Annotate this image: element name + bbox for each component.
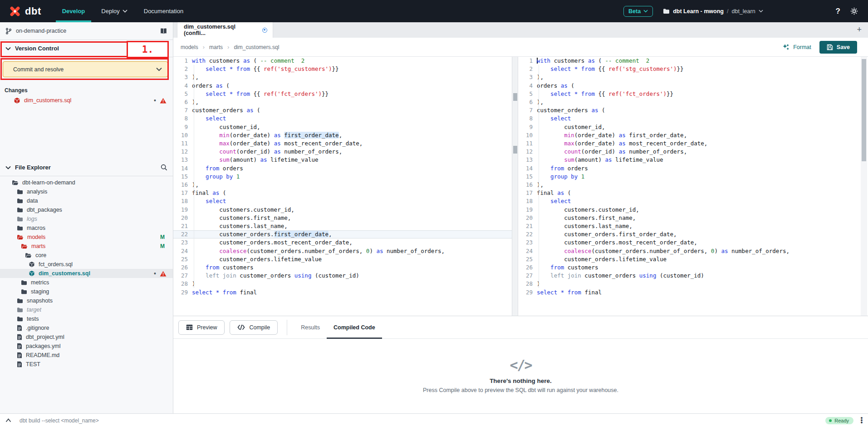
changed-file-row[interactable]: dim_customers.sql • xyxy=(0,95,173,105)
kebab-menu-icon[interactable]: ••• xyxy=(859,417,864,424)
tree-item-snapshots[interactable]: snapshots xyxy=(0,296,173,305)
tab-compiled-code[interactable]: Compiled Code xyxy=(333,316,375,339)
code-line[interactable]: 18 select xyxy=(518,197,853,205)
tree-item-analysis[interactable]: analysis xyxy=(0,187,173,196)
tree-item-TEST[interactable]: TEST xyxy=(0,360,173,369)
tree-item-dbt_packages[interactable]: dbt_packages xyxy=(0,205,173,214)
preview-button[interactable]: Preview xyxy=(178,320,225,335)
beta-badge[interactable]: Beta xyxy=(623,6,653,17)
code-line[interactable]: 15 group by 1 xyxy=(173,173,512,181)
code-line[interactable]: 10 min(order_date) as first_order_date, xyxy=(518,131,853,139)
code-line[interactable]: 26 from customers xyxy=(518,263,853,272)
code-line[interactable]: 3), xyxy=(173,73,512,81)
commit-and-resolve-button[interactable]: Commit and resolve xyxy=(3,61,168,77)
code-line[interactable]: 7customer_orders as ( xyxy=(518,106,853,114)
code-line[interactable]: 17final as ( xyxy=(518,189,853,197)
tree-item-target[interactable]: target xyxy=(0,305,173,314)
code-line[interactable]: 1with customers as ( -- comment 2 xyxy=(173,57,512,65)
code-line[interactable]: 29select * from final xyxy=(173,288,512,297)
code-line[interactable]: 13 sum(amount) as lifetime_value xyxy=(173,156,512,164)
code-line[interactable]: 5 select * from {{ ref('fct_orders')}} xyxy=(173,90,512,98)
format-button[interactable]: Format xyxy=(782,44,811,51)
code-line[interactable]: 1with customers as ( -- comment 2 xyxy=(518,57,853,65)
dbt-logo[interactable]: dbt xyxy=(8,5,41,18)
code-line[interactable]: 2 select * from {{ ref('stg_customers')}… xyxy=(518,65,853,73)
code-line[interactable]: 28) xyxy=(518,280,853,288)
nav-documentation[interactable]: Documentation xyxy=(142,0,185,22)
search-icon[interactable] xyxy=(161,164,167,171)
tree-item-packages.yml[interactable]: packages.yml xyxy=(0,342,173,351)
compile-button[interactable]: Compile xyxy=(230,320,278,335)
tree-item-macros[interactable]: macros xyxy=(0,223,173,233)
tree-item-models[interactable]: modelsM xyxy=(0,233,173,242)
code-line[interactable]: 4orders as ( xyxy=(173,82,512,90)
tree-item-dbt_project.yml[interactable]: dbt_project.yml xyxy=(0,333,173,342)
account-breadcrumb[interactable]: dbt Learn - mwong / dbt_learn xyxy=(663,8,763,15)
gear-icon[interactable] xyxy=(850,7,858,15)
code-line[interactable]: 19 customers.customer_id, xyxy=(518,206,853,214)
help-icon[interactable]: ? xyxy=(836,7,840,16)
code-line[interactable]: 26 from customers xyxy=(173,263,512,272)
code-line[interactable]: 23 customer_orders.most_recent_order_dat… xyxy=(518,238,853,247)
tree-item-dbt-learn-on-demand[interactable]: dbt-learn-on-demand xyxy=(0,178,173,187)
code-line[interactable]: 6), xyxy=(173,98,512,106)
code-line[interactable]: 21 customers.last_name, xyxy=(518,222,853,230)
tree-item-.gitignore[interactable]: .gitignore xyxy=(0,323,173,333)
tree-item-fct_orders.sql[interactable]: fct_orders.sql xyxy=(0,260,173,269)
code-line[interactable]: 13 sum(amount) as lifetime_value xyxy=(518,156,853,164)
code-line[interactable]: 3), xyxy=(518,73,853,81)
tab-results[interactable]: Results xyxy=(301,316,320,339)
editor-tab[interactable]: dim_customers.sql (confli... xyxy=(177,22,273,38)
code-line[interactable]: 29select * from final xyxy=(518,288,853,297)
code-line[interactable]: 8 select xyxy=(518,114,853,123)
chevron-down-icon[interactable] xyxy=(156,67,162,71)
code-line[interactable]: 24 coalesce(customer_orders.number_of_or… xyxy=(518,247,853,255)
file-explorer-header[interactable]: File Explorer xyxy=(0,159,173,176)
code-line[interactable]: 14 from orders xyxy=(173,164,512,173)
code-line[interactable]: 27 left join customer_orders using (cust… xyxy=(173,272,512,280)
git-branch-row[interactable]: on-demand-practice xyxy=(0,22,173,40)
tree-item-dim_customers.sql[interactable]: dim_customers.sql• xyxy=(0,269,173,278)
code-line[interactable]: 10 min(order_date) as first_order_date, xyxy=(173,131,512,139)
code-line[interactable]: 28) xyxy=(173,280,512,288)
chevron-up-icon[interactable] xyxy=(5,418,11,422)
new-tab-button[interactable]: + xyxy=(857,25,862,34)
tree-item-metrics[interactable]: metrics xyxy=(0,278,173,287)
code-line[interactable]: 4orders as ( xyxy=(518,82,853,90)
code-line[interactable]: 20 customers.first_name, xyxy=(173,214,512,222)
code-line[interactable]: 25 customer_orders.lifetime_value xyxy=(518,255,853,263)
scrollbar-thumb[interactable] xyxy=(862,59,866,161)
save-button[interactable]: Save xyxy=(819,41,857,54)
code-line[interactable]: 22 customer_orders.first_order_date, xyxy=(173,230,512,238)
tree-item-tests[interactable]: tests xyxy=(0,314,173,323)
code-line[interactable]: 22 customer_orders.first_order_date, xyxy=(518,230,853,238)
tree-item-marts[interactable]: martsM xyxy=(0,242,173,251)
code-line[interactable]: 12 count(order_id) as number_of_orders, xyxy=(173,148,512,156)
code-line[interactable]: 17final as ( xyxy=(173,189,512,197)
breadcrumb-file[interactable]: dim_customers.sql xyxy=(234,44,279,50)
code-line[interactable]: 9 customer_id, xyxy=(173,123,512,131)
code-line[interactable]: 15 group by 1 xyxy=(518,173,853,181)
version-control-header[interactable]: Version Control xyxy=(0,40,173,57)
code-line[interactable]: 18 select xyxy=(173,197,512,205)
tree-item-staging[interactable]: staging xyxy=(0,287,173,296)
code-line[interactable]: 11 max(order_date) as most_recent_order_… xyxy=(173,139,512,148)
code-line[interactable]: 12 count(order_id) as number_of_orders, xyxy=(518,148,853,156)
editor-pane-left[interactable]: 1with customers as ( -- comment 22 selec… xyxy=(173,57,512,316)
code-line[interactable]: 20 customers.first_name, xyxy=(518,214,853,222)
breadcrumb-marts[interactable]: marts xyxy=(209,44,223,50)
code-line[interactable]: 7customer_orders as ( xyxy=(173,106,512,114)
code-line[interactable]: 9 customer_id, xyxy=(518,123,853,131)
nav-develop[interactable]: Develop xyxy=(60,0,87,22)
code-line[interactable]: 8 select xyxy=(173,114,512,123)
tree-item-core[interactable]: core xyxy=(0,251,173,260)
nav-deploy[interactable]: Deploy xyxy=(99,0,129,22)
tree-item-README.md[interactable]: README.md xyxy=(0,351,173,360)
code-line[interactable]: 21 customers.last_name, xyxy=(173,222,512,230)
command-input[interactable]: dbt build --select <model_name> xyxy=(20,417,99,424)
tree-item-logs[interactable]: logs xyxy=(0,214,173,223)
code-line[interactable]: 16), xyxy=(173,181,512,189)
code-line[interactable]: 19 customers.customer_id, xyxy=(173,206,512,214)
code-line[interactable]: 11 max(order_date) as most_recent_order_… xyxy=(518,139,853,148)
breadcrumb-models[interactable]: models xyxy=(181,44,198,50)
